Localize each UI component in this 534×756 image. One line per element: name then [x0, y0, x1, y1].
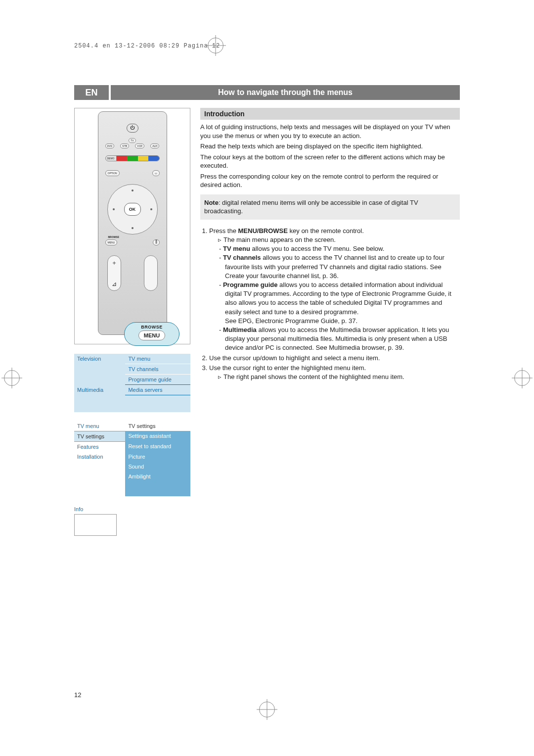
- color-key-row: DEMO: [105, 155, 160, 161]
- registration-mark-left: [4, 370, 20, 386]
- print-header-meta: 2504.4 en 13-12-2006 08:29 Pagina 12: [74, 43, 220, 49]
- guide-button-icon: ▭: [152, 170, 160, 176]
- menu2-tv-menu: TV menu: [74, 421, 125, 431]
- volume-rocker: ＋ ⊿: [107, 255, 121, 291]
- step-1-result: The main menu appears on the screen.: [209, 236, 460, 244]
- step-3-result: The right panel shows the content of the…: [209, 373, 460, 381]
- bullet-multimedia: Multimedia allows you to access the Mult…: [209, 326, 460, 353]
- option-button: OPTION: [105, 170, 120, 176]
- info-label: Info: [74, 506, 190, 512]
- browse-label-small: BROWSE: [108, 236, 120, 238]
- menu1-media-servers: Media servers: [125, 385, 190, 395]
- src-stb: STB: [120, 143, 129, 148]
- yellow-key-icon: [138, 156, 149, 161]
- blue-key-icon: [148, 156, 159, 161]
- step-2: Use the cursor up/down to highlight and …: [209, 354, 460, 363]
- menu2-picture: Picture: [125, 452, 190, 462]
- src-dvd: DVD: [105, 143, 115, 148]
- bullet-tv-menu: TV menu allows you to access the TV menu…: [209, 244, 460, 253]
- dpad: OK: [107, 184, 158, 235]
- step-1: Press the MENU/BROWSE key on the remote …: [209, 227, 460, 353]
- dpad-up-icon: [132, 189, 134, 191]
- menu2-settings-assistant: Settings assistant: [125, 431, 190, 441]
- menu1-left-multimedia: Multimedia: [74, 385, 125, 395]
- menu1-left-television: Television: [74, 354, 125, 364]
- src-aux: AUX: [150, 143, 159, 148]
- main-menu-screenshot: Television TV menu TV channels Programme…: [74, 353, 190, 412]
- title-bar: EN How to navigate through the menus: [74, 85, 460, 100]
- bullet-programme-guide: Programme guide allows you to access det…: [209, 281, 460, 317]
- menu2-installation: Installation: [74, 452, 125, 462]
- menu-browse-callout: BROWSE MENU: [124, 322, 179, 346]
- menu2-reset: Reset to standard: [125, 441, 190, 452]
- menu2-tv-settings-sel: TV settings: [74, 431, 125, 441]
- menu1-tv-menu: TV menu: [125, 354, 190, 364]
- remote-illustration: ⏻ TV DVD STB VCR AUX DEMO: [74, 108, 190, 344]
- menu2-tv-settings-top: TV settings: [125, 421, 190, 431]
- ok-button: OK: [124, 203, 141, 216]
- dpad-right-icon: [150, 208, 152, 210]
- demo-label: DEMO: [106, 156, 117, 161]
- menu-button-small: MENU: [105, 239, 118, 245]
- registration-mark-bottom: [259, 702, 275, 717]
- bullet-pg-see: See EPG, Electronic Programme Guide, p. …: [209, 317, 460, 326]
- menu2-sound: Sound: [125, 462, 190, 472]
- menu1-tv-channels: TV channels: [125, 364, 190, 375]
- dpad-down-icon: [132, 227, 134, 229]
- menu1-programme-guide: Programme guide: [125, 375, 190, 385]
- page-title: How to navigate through the menus: [111, 85, 460, 100]
- tv-menu-screenshot: TV menu TV settings TV settings Settings…: [74, 421, 190, 496]
- language-badge: EN: [74, 85, 109, 100]
- step-3: Use the cursor right to enter the highli…: [209, 364, 460, 381]
- dpad-left-icon: [113, 208, 115, 210]
- registration-mark-top: [208, 38, 223, 53]
- channel-rocker: [144, 255, 158, 291]
- callout-browse-label: BROWSE: [125, 325, 179, 330]
- green-key-icon: [127, 156, 138, 161]
- power-button-icon: ⏻: [127, 124, 138, 133]
- bullet-tv-channels: TV channels allows you to access the TV …: [209, 253, 460, 281]
- intro-text: A lot of guiding instructions, help text…: [200, 123, 460, 189]
- src-tv: TV: [129, 138, 135, 143]
- steps-list: Press the MENU/BROWSE key on the remote …: [200, 227, 460, 381]
- menu2-ambilight: Ambilight: [125, 472, 190, 481]
- page-number: 12: [74, 691, 81, 699]
- registration-mark-right: [514, 370, 530, 386]
- section-header-introduction: Introduction: [200, 108, 460, 120]
- src-vcr: VCR: [135, 143, 144, 148]
- info-box: [74, 514, 117, 536]
- note-box: Note: digital related menu items will on…: [200, 194, 460, 220]
- menu2-features: Features: [74, 441, 125, 452]
- list-button-icon: ≣: [153, 239, 160, 245]
- callout-menu-label: MENU: [138, 331, 165, 340]
- red-key-icon: [117, 156, 128, 161]
